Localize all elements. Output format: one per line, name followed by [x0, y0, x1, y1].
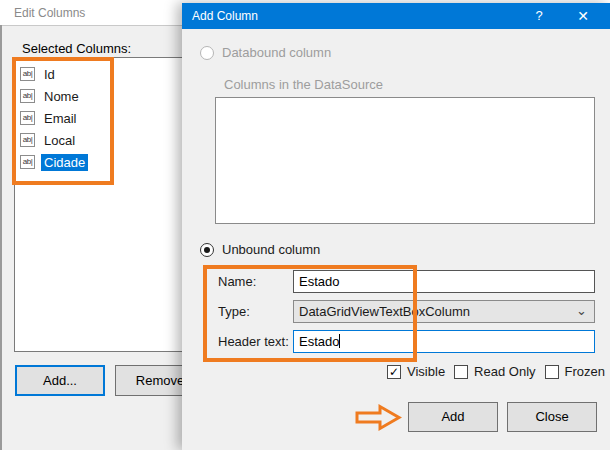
unbound-column-label: Unbound column — [222, 242, 320, 257]
selected-columns-label: Selected Columns: — [22, 41, 131, 56]
list-item[interactable]: ab| Local — [15, 129, 201, 151]
add-column-titlebar[interactable]: Add Column ? ✕ — [182, 3, 610, 29]
list-item-label: Cidade — [41, 154, 88, 171]
textbox-column-icon: ab| — [20, 67, 35, 81]
datasource-columns-label: Columns in the DataSource — [224, 77, 383, 92]
name-label: Name: — [218, 270, 256, 293]
header-text-value: Estado — [299, 334, 339, 349]
checkbox-unchecked-icon — [454, 365, 468, 379]
read-only-checkbox[interactable]: Read Only — [454, 364, 535, 379]
add-button[interactable]: Add — [408, 402, 498, 432]
list-item-label: Nome — [41, 88, 82, 105]
header-text-label: Header text: — [218, 330, 289, 353]
type-label: Type: — [218, 300, 250, 323]
list-item[interactable]: ab| Email — [15, 107, 201, 129]
textbox-column-icon: ab| — [20, 155, 35, 169]
name-value: Estado — [299, 274, 339, 289]
textbox-column-icon: ab| — [20, 89, 35, 103]
checkbox-unchecked-icon — [545, 365, 559, 379]
frozen-label: Frozen — [565, 364, 605, 379]
visible-checkbox[interactable]: ✓ Visible — [387, 364, 445, 379]
header-text-input[interactable]: Estado — [293, 330, 595, 353]
edit-columns-content: Selected Columns: ab| Id ab| Nome ab| Em… — [2, 26, 200, 450]
type-combobox[interactable]: DataGridViewTextBoxColumn ⌄ — [293, 300, 595, 323]
list-item-label: Email — [41, 110, 80, 127]
selected-columns-listbox[interactable]: ab| Id ab| Nome ab| Email ab| Local ab| … — [14, 57, 202, 352]
list-item-label: Id — [41, 66, 58, 83]
unbound-column-radio[interactable]: Unbound column — [200, 242, 320, 257]
textbox-column-icon: ab| — [20, 111, 35, 125]
add-column-title: Add Column — [192, 3, 258, 29]
edit-columns-dialog: Edit Columns Selected Columns: ab| Id ab… — [0, 0, 200, 450]
edit-columns-title: Edit Columns — [0, 0, 183, 26]
close-button[interactable]: Close — [507, 402, 597, 432]
textbox-column-icon: ab| — [20, 133, 35, 147]
datasource-columns-listbox[interactable] — [215, 97, 595, 224]
checkbox-checked-icon: ✓ — [387, 365, 401, 379]
read-only-label: Read Only — [474, 364, 535, 379]
databound-column-label: Databound column — [222, 45, 331, 60]
text-cursor — [339, 334, 340, 348]
help-button[interactable]: ? — [524, 3, 554, 29]
list-item-label: Local — [41, 132, 78, 149]
list-item[interactable]: ab| Nome — [15, 85, 201, 107]
list-item-selected[interactable]: ab| Cidade — [15, 151, 201, 173]
radio-selected-icon — [200, 243, 214, 257]
annotation-arrow-icon — [354, 403, 402, 432]
type-value: DataGridViewTextBoxColumn — [299, 304, 470, 319]
add-ellipsis-button[interactable]: Add... — [15, 365, 105, 396]
options-checkbox-row: ✓ Visible Read Only Frozen — [387, 364, 605, 379]
visible-label: Visible — [407, 364, 445, 379]
list-item[interactable]: ab| Id — [15, 63, 201, 85]
radio-icon — [200, 46, 214, 60]
databound-column-radio: Databound column — [200, 45, 331, 60]
add-column-dialog: Add Column ? ✕ Databound column Columns … — [182, 3, 610, 450]
name-input[interactable]: Estado — [293, 270, 595, 293]
chevron-down-icon: ⌄ — [576, 301, 587, 321]
add-column-content: Databound column Columns in the DataSour… — [182, 29, 610, 450]
frozen-checkbox[interactable]: Frozen — [545, 364, 605, 379]
close-icon[interactable]: ✕ — [568, 3, 598, 29]
